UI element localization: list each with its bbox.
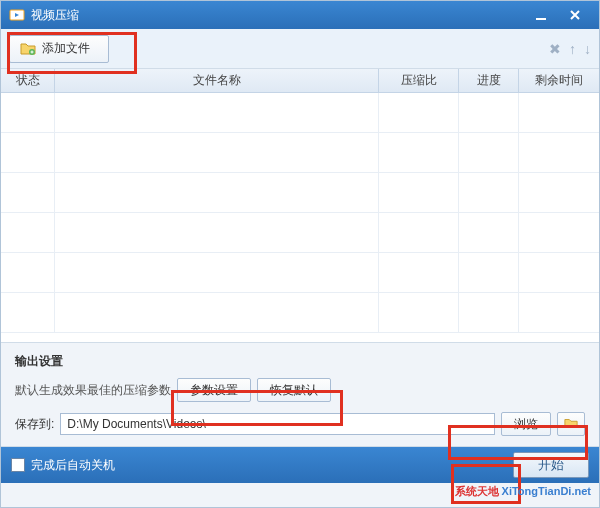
shutdown-checkbox[interactable]: 完成后自动关机	[11, 457, 115, 474]
table-body	[1, 93, 599, 343]
folder-icon	[564, 416, 578, 433]
app-icon	[9, 7, 25, 23]
toolbar-right-icons: ✖ ↑ ↓	[549, 41, 591, 57]
remove-icon[interactable]: ✖	[549, 41, 561, 57]
table-row	[1, 293, 599, 333]
table-row	[1, 173, 599, 213]
watermark: 系统天地 XiTongTianDi.net	[455, 484, 592, 499]
column-progress: 进度	[459, 69, 519, 92]
move-down-icon[interactable]: ↓	[584, 41, 591, 57]
param-settings-button[interactable]: 参数设置	[177, 378, 251, 402]
column-status: 状态	[1, 69, 55, 92]
table-row	[1, 253, 599, 293]
table-row	[1, 93, 599, 133]
table-header: 状态 文件名称 压缩比 进度 剩余时间	[1, 69, 599, 93]
restore-default-button[interactable]: 恢复默认	[257, 378, 331, 402]
browse-button[interactable]: 浏览	[501, 412, 551, 436]
toolbar: 添加文件 ✖ ↑ ↓	[1, 29, 599, 69]
column-ratio: 压缩比	[379, 69, 459, 92]
folder-plus-icon	[20, 41, 36, 57]
table-row	[1, 213, 599, 253]
add-file-label: 添加文件	[42, 40, 90, 57]
titlebar: 视频压缩	[1, 1, 599, 29]
checkbox-icon	[11, 458, 25, 472]
start-button[interactable]: 开始	[513, 452, 589, 478]
column-time: 剩余时间	[519, 69, 599, 92]
param-label: 默认生成效果最佳的压缩参数	[15, 382, 171, 399]
output-settings: 输出设置 默认生成效果最佳的压缩参数 参数设置 恢复默认 保存到: 浏览	[1, 343, 599, 447]
table-row	[1, 133, 599, 173]
move-up-icon[interactable]: ↑	[569, 41, 576, 57]
window-title: 视频压缩	[31, 7, 523, 24]
output-settings-title: 输出设置	[15, 353, 585, 370]
open-folder-button[interactable]	[557, 412, 585, 436]
shutdown-label: 完成后自动关机	[31, 457, 115, 474]
bottom-bar: 完成后自动关机 开始	[1, 447, 599, 483]
minimize-button[interactable]	[525, 6, 557, 24]
close-button[interactable]	[559, 6, 591, 24]
save-path-input[interactable]	[60, 413, 495, 435]
save-to-label: 保存到:	[15, 416, 54, 433]
column-name: 文件名称	[55, 69, 379, 92]
add-file-button[interactable]: 添加文件	[9, 35, 109, 63]
svg-rect-2	[536, 18, 546, 20]
